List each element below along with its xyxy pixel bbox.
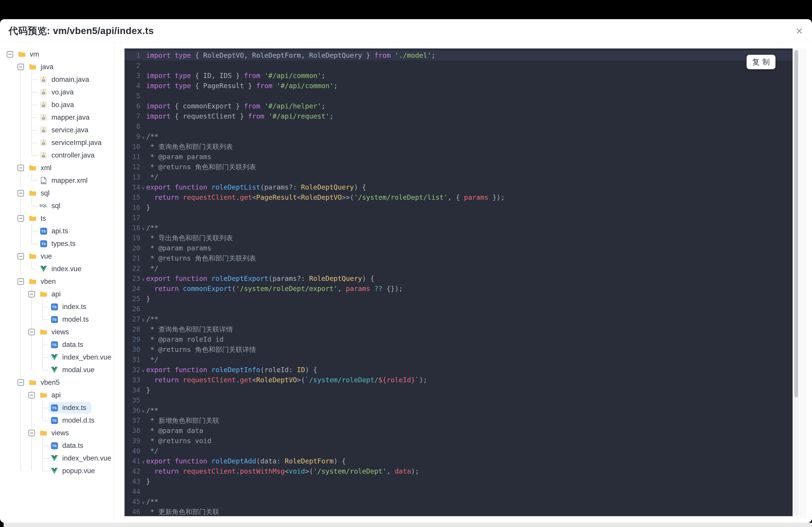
tree-item-data-ts[interactable]: TSdata.ts [0,439,114,452]
tree-item-index-vben-vue[interactable]: index_vben.vue [0,452,114,465]
tree-item-label: views [52,429,69,437]
collapse-toggle-icon[interactable] [18,253,24,259]
line-number: 40 [125,447,140,455]
fold-chevron-icon[interactable]: ∨ [140,225,146,231]
collapse-toggle-icon[interactable] [28,291,35,297]
fold-chevron-icon[interactable]: ∨ [140,275,146,282]
fold-spacer [140,65,146,66]
code-text: return requestClient.get<PageResult<Role… [146,192,505,202]
code-scrollbar-thumb[interactable] [794,50,798,397]
collapse-toggle-icon[interactable] [28,392,35,398]
code-line: 36∨/** [125,405,793,416]
typescript-file-icon: TS [50,404,58,411]
copy-button[interactable]: 复制 [746,55,775,69]
collapse-toggle-icon[interactable] [18,278,24,285]
collapse-toggle-icon[interactable] [18,165,24,171]
fold-chevron-icon[interactable]: ∨ [140,407,146,414]
line-number: 17 [125,214,140,222]
line-number: 28 [125,325,140,333]
tree-item-mapper-java[interactable]: mapper.java [0,111,114,124]
fold-spacer [140,75,146,76]
tree-item-label: sql [41,189,49,197]
line-number: 27 [125,315,140,323]
tree-item-domain-java[interactable]: domain.java [0,73,114,86]
collapse-toggle-icon[interactable] [18,215,24,222]
tree-item-label: index.ts [62,404,86,412]
tree-item-vben5[interactable]: vben5 [0,376,114,389]
tree-item-model-ts[interactable]: TSmodel.ts [0,313,114,326]
tree-item-types-ts[interactable]: TStypes.ts [0,237,114,250]
tree-item-service-java[interactable]: service.java [0,124,114,136]
tree-item-ts[interactable]: ts [0,212,114,225]
tree-item-index-vue[interactable]: index.vue [0,262,114,275]
tree-item-serviceimpl-java[interactable]: serviceImpl.java [0,136,114,149]
tree-item-index-ts[interactable]: TSindex.ts [0,300,114,313]
tree-item-xml[interactable]: xml [0,162,114,174]
tree-item-content: views [38,326,74,338]
collapse-toggle-icon[interactable] [18,379,24,386]
fold-chevron-icon[interactable]: ∨ [140,366,146,373]
fold-chevron-icon[interactable]: ∨ [140,498,146,505]
fold-chevron-icon[interactable]: ∨ [140,133,146,140]
code-text: /** [146,132,158,141]
tree-item-modal-vue[interactable]: modal.vue [0,364,114,376]
line-number: 13 [125,173,140,181]
fold-chevron-icon[interactable]: ∨ [140,316,146,322]
tree-item-content: TSdata.ts [48,440,88,451]
fold-spacer [140,379,146,381]
tree-item-bo-java[interactable]: bo.java [0,99,114,111]
tree-item-index-vben-vue[interactable]: index_vben.vue [0,351,114,364]
tree-item-sql[interactable]: SQLsql [0,199,114,212]
fold-spacer [140,471,146,472]
tree-item-label: xml [41,164,52,172]
close-icon[interactable]: × [793,24,806,37]
tree-item-label: index.ts [62,303,86,311]
java-file-icon [40,88,47,96]
tree-item-vo-java[interactable]: vo.java [0,86,114,99]
code-line: 41∨export function roleDeptAdd(data: Rol… [125,456,793,466]
tree-item-popup-vue[interactable]: popup.vue [0,465,114,477]
tree-item-api-ts[interactable]: TSapi.ts [0,225,114,237]
tree-item-content: ts [27,213,51,224]
tree-item-controller-java[interactable]: controller.java [0,149,114,162]
code-text: import { commonExport } from '#/api/help… [146,101,325,111]
tree-item-java[interactable]: java [0,61,114,73]
tree-item-content: XMLmapper.xml [38,175,92,186]
tree-item-api[interactable]: api [0,389,114,402]
fold-spacer [140,197,146,198]
fold-spacer [140,116,146,117]
svg-text:XML: XML [41,181,46,184]
collapse-toggle-icon[interactable] [28,430,35,436]
line-number: 45 [125,498,140,506]
collapse-toggle-icon[interactable] [18,64,24,70]
code-text: import { requestClient } from '#/api/req… [146,111,334,121]
collapse-toggle-icon[interactable] [18,190,24,196]
fold-spacer [140,95,146,97]
fold-chevron-icon[interactable]: ∨ [140,458,146,465]
tree-item-api[interactable]: api [0,288,114,300]
line-number: 44 [125,487,140,495]
tree-item-content: SQLsql [38,200,66,212]
code-line: 10 * 查询角色和部门关联列表 [125,141,793,152]
code-scrollbar-track[interactable] [794,48,799,516]
tree-item-mapper-xml[interactable]: XMLmapper.xml [0,174,114,187]
code-line: 14∨export function roleDeptList(params?:… [125,182,793,192]
tree-item-index-ts[interactable]: TSindex.ts [0,402,114,414]
collapse-toggle-icon[interactable] [28,329,35,335]
code-text: export function roleDeptInfo(roleId: ID)… [146,365,317,375]
tree-item-views[interactable]: views [0,427,114,439]
line-number: 5 [125,92,140,100]
code-text: */ [146,355,158,365]
tree-item-vben[interactable]: vben [0,275,114,288]
fold-chevron-icon[interactable]: ∨ [140,184,146,191]
tree-item-data-ts[interactable]: TSdata.ts [0,338,114,351]
collapse-toggle-icon[interactable] [7,51,13,58]
tree-item-vue[interactable]: vue [0,250,114,262]
tree-item-sql[interactable]: sql [0,187,114,199]
code-text: } [146,476,150,486]
tree-item-views[interactable]: views [0,326,114,338]
tree-item-vm[interactable]: vm [0,48,114,61]
typescript-file-icon: TS [50,442,58,450]
fold-spacer [140,511,146,513]
tree-item-model-d-ts[interactable]: TSmodel.d.ts [0,414,114,427]
